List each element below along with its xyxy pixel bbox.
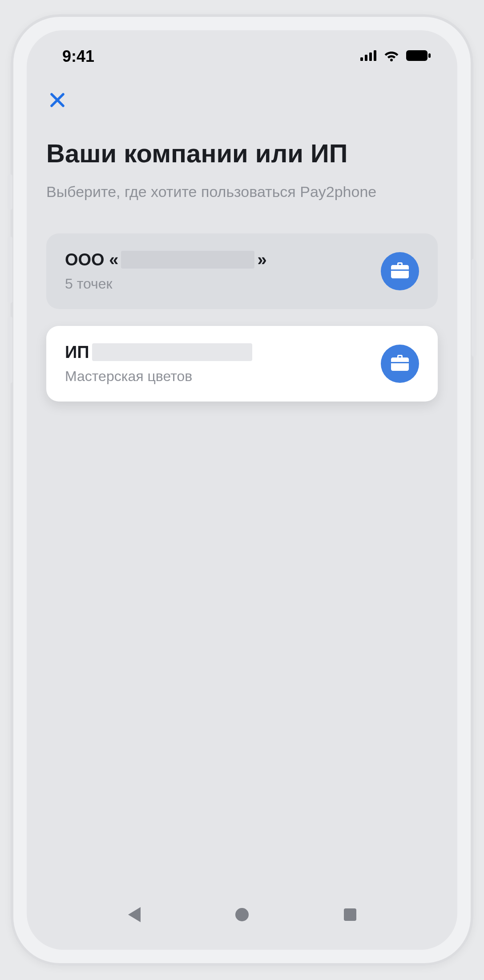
company-card[interactable]: ИП Мастерская цветов	[46, 326, 438, 402]
svg-rect-8	[344, 908, 356, 921]
svg-rect-3	[374, 50, 376, 61]
nav-recent-button[interactable]	[335, 901, 365, 930]
redacted-name	[121, 251, 254, 269]
company-badge	[381, 345, 419, 383]
status-time: 9:41	[62, 47, 94, 66]
page-title: Ваши компании или ИП	[46, 139, 438, 169]
screen: 9:41	[27, 30, 457, 950]
svg-point-7	[235, 908, 249, 921]
redacted-name	[92, 343, 252, 361]
back-icon	[126, 906, 141, 925]
nav-back-button[interactable]	[119, 901, 149, 930]
company-card-text: ООО « » 5 точек	[65, 250, 370, 292]
status-icons	[360, 50, 431, 63]
svg-rect-0	[360, 57, 363, 61]
svg-rect-2	[369, 52, 372, 61]
company-card-subtitle: Мастерская цветов	[65, 368, 370, 385]
svg-rect-1	[365, 55, 367, 61]
battery-icon	[406, 50, 431, 63]
company-card-text: ИП Мастерская цветов	[65, 343, 370, 385]
svg-rect-5	[406, 50, 428, 61]
company-prefix: ИП	[65, 343, 89, 362]
close-row	[27, 76, 457, 112]
phone-side-button	[8, 317, 12, 383]
status-bar: 9:41	[27, 36, 457, 76]
svg-rect-6	[428, 53, 431, 58]
wifi-icon	[383, 50, 399, 63]
close-button[interactable]	[46, 90, 69, 112]
phone-frame: 9:41	[11, 14, 473, 966]
company-card-title: ИП	[65, 343, 370, 362]
system-nav-bar	[27, 901, 457, 930]
home-icon	[234, 907, 250, 924]
phone-side-button	[8, 237, 12, 303]
phone-side-button	[472, 259, 476, 357]
cellular-icon	[360, 50, 377, 63]
content: Ваши компании или ИП Выберите, где хотит…	[27, 112, 457, 402]
svg-point-4	[390, 59, 393, 61]
close-icon	[49, 92, 66, 110]
briefcase-icon	[390, 261, 410, 281]
nav-home-button[interactable]	[227, 901, 257, 930]
company-prefix: ООО «	[65, 250, 118, 269]
company-suffix: »	[257, 250, 266, 269]
company-badge	[381, 252, 419, 290]
company-list: ООО « » 5 точек	[46, 233, 438, 402]
company-card-title: ООО « »	[65, 250, 370, 269]
briefcase-icon	[390, 354, 410, 374]
company-card-subtitle: 5 точек	[65, 276, 370, 292]
recent-icon	[343, 908, 357, 923]
page-subtitle: Выберите, где хотите пользоваться Pay2ph…	[46, 182, 438, 202]
phone-side-button	[8, 174, 12, 210]
company-card[interactable]: ООО « » 5 точек	[46, 233, 438, 309]
